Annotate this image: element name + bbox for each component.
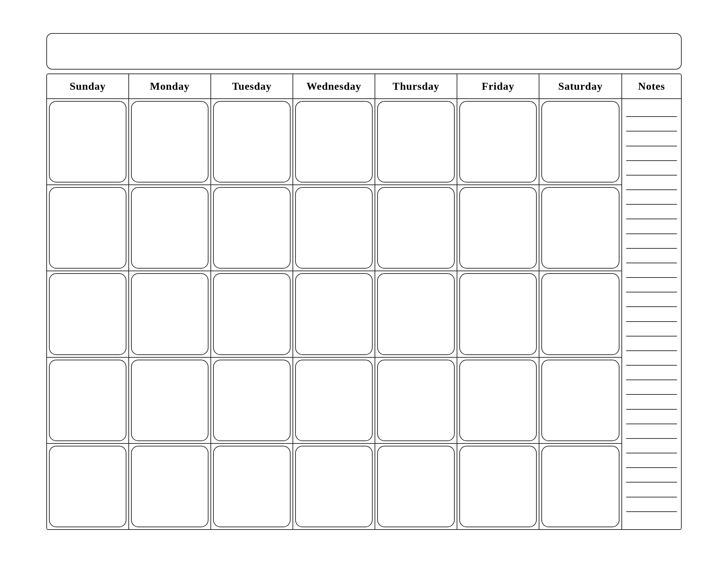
day-cell[interactable] bbox=[129, 99, 211, 184]
note-line bbox=[626, 380, 677, 380]
note-line bbox=[626, 146, 677, 146]
day-cell-inner bbox=[131, 187, 208, 268]
note-line bbox=[626, 175, 677, 175]
day-cell[interactable] bbox=[47, 271, 129, 357]
day-cell-inner bbox=[295, 446, 373, 527]
day-cell-inner bbox=[377, 187, 455, 268]
day-cell-inner bbox=[295, 101, 373, 182]
note-line bbox=[626, 262, 677, 263]
note-line bbox=[626, 306, 677, 307]
day-cell[interactable] bbox=[47, 185, 129, 270]
note-line bbox=[626, 467, 677, 468]
day-cell[interactable] bbox=[375, 99, 457, 184]
day-cell-inner bbox=[541, 187, 619, 268]
day-cell-inner bbox=[377, 101, 455, 182]
notes-panel: Notes bbox=[621, 74, 681, 529]
day-cell-inner bbox=[459, 187, 537, 268]
day-cell[interactable] bbox=[47, 99, 129, 184]
day-cell[interactable] bbox=[457, 99, 539, 184]
note-line bbox=[626, 365, 677, 366]
day-cell[interactable] bbox=[293, 185, 375, 270]
day-cell[interactable] bbox=[539, 358, 621, 443]
day-cell-inner bbox=[49, 187, 126, 268]
day-cell-inner bbox=[295, 187, 373, 268]
day-cell[interactable] bbox=[129, 444, 211, 529]
day-cell[interactable] bbox=[457, 444, 539, 529]
day-cell[interactable] bbox=[129, 271, 211, 357]
week-row-5 bbox=[47, 444, 621, 529]
day-header-monday: Monday bbox=[129, 74, 211, 98]
day-cell[interactable] bbox=[211, 444, 293, 529]
day-cell[interactable] bbox=[293, 358, 375, 443]
day-cell[interactable] bbox=[211, 185, 293, 270]
calendar-main: SundayMondayTuesdayWednesdayThursdayFrid… bbox=[46, 73, 682, 530]
day-cell[interactable] bbox=[539, 185, 621, 270]
day-cell[interactable] bbox=[539, 444, 621, 529]
notes-header: Notes bbox=[622, 74, 681, 99]
day-cell-inner bbox=[213, 101, 291, 182]
calendar-grid: SundayMondayTuesdayWednesdayThursdayFrid… bbox=[47, 74, 621, 529]
day-cell-inner bbox=[49, 360, 126, 441]
day-header-saturday: Saturday bbox=[539, 74, 621, 98]
note-line bbox=[626, 409, 677, 410]
day-cell[interactable] bbox=[375, 185, 457, 270]
day-cell-inner bbox=[541, 360, 619, 441]
note-line bbox=[626, 321, 677, 322]
day-cell-inner bbox=[459, 101, 537, 182]
day-cell[interactable] bbox=[375, 358, 457, 443]
day-cell-inner bbox=[213, 360, 291, 441]
note-line bbox=[626, 497, 677, 497]
day-cell[interactable] bbox=[457, 358, 539, 443]
day-cell-inner bbox=[131, 446, 208, 527]
note-line bbox=[626, 189, 677, 190]
week-row-3 bbox=[47, 271, 621, 357]
day-cell-inner bbox=[377, 273, 455, 355]
note-line bbox=[626, 131, 677, 131]
day-cell[interactable] bbox=[457, 271, 539, 357]
note-line bbox=[626, 511, 677, 512]
day-cell-inner bbox=[459, 273, 537, 355]
day-header-wednesday: Wednesday bbox=[293, 74, 375, 98]
day-headers: SundayMondayTuesdayWednesdayThursdayFrid… bbox=[47, 74, 621, 99]
day-cell[interactable] bbox=[293, 271, 375, 357]
day-cell[interactable] bbox=[539, 271, 621, 357]
day-cell[interactable] bbox=[47, 358, 129, 443]
note-line bbox=[626, 336, 677, 337]
note-line bbox=[626, 394, 677, 395]
day-cell-inner bbox=[213, 273, 291, 355]
day-cell[interactable] bbox=[293, 99, 375, 184]
day-cell[interactable] bbox=[47, 444, 129, 529]
day-cell[interactable] bbox=[375, 444, 457, 529]
day-cell[interactable] bbox=[129, 358, 211, 443]
day-cell[interactable] bbox=[211, 99, 293, 184]
day-cell-inner bbox=[131, 273, 208, 355]
day-header-friday: Friday bbox=[457, 74, 539, 98]
day-cell[interactable] bbox=[539, 99, 621, 184]
note-line bbox=[626, 160, 677, 161]
day-cell-inner bbox=[49, 446, 126, 527]
day-cell[interactable] bbox=[457, 185, 539, 270]
day-cell-inner bbox=[131, 101, 208, 182]
day-cell-inner bbox=[541, 446, 619, 527]
day-cell[interactable] bbox=[375, 271, 457, 357]
weeks-container bbox=[47, 99, 621, 529]
day-cell-inner bbox=[541, 273, 619, 355]
note-line bbox=[626, 248, 677, 249]
title-bar bbox=[46, 33, 682, 70]
day-cell[interactable] bbox=[211, 358, 293, 443]
notes-lines bbox=[622, 99, 681, 529]
week-row-2 bbox=[47, 185, 621, 271]
day-cell[interactable] bbox=[211, 271, 293, 357]
week-row-4 bbox=[47, 358, 621, 444]
day-cell-inner bbox=[377, 360, 455, 441]
note-line bbox=[626, 482, 677, 483]
day-cell[interactable] bbox=[293, 444, 375, 529]
note-line bbox=[626, 424, 677, 424]
note-line bbox=[626, 218, 677, 219]
day-header-sunday: Sunday bbox=[47, 74, 129, 98]
day-cell-inner bbox=[377, 446, 455, 527]
day-cell[interactable] bbox=[129, 185, 211, 270]
day-cell-inner bbox=[49, 273, 126, 355]
week-row-1 bbox=[47, 99, 621, 185]
day-cell-inner bbox=[213, 446, 291, 527]
